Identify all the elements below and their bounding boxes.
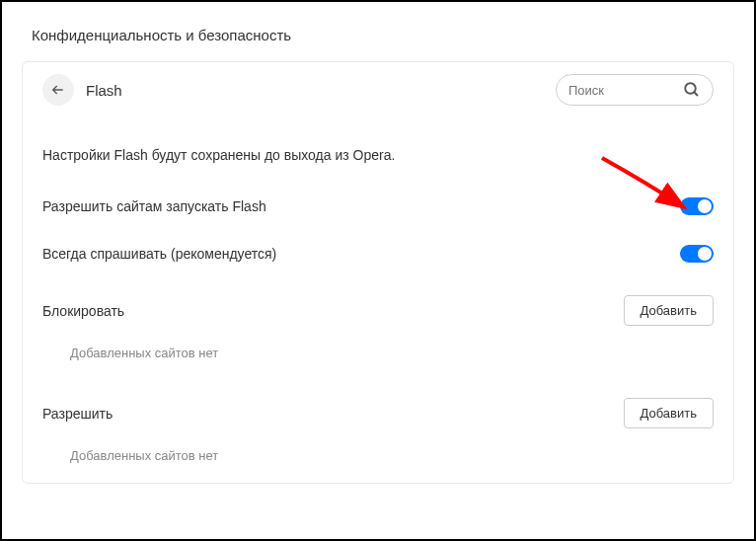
search-box[interactable] bbox=[556, 74, 714, 106]
allow-flash-label: Разрешить сайтам запускать Flash bbox=[42, 198, 266, 214]
svg-line-1 bbox=[694, 92, 698, 96]
allow-flash-toggle[interactable] bbox=[680, 197, 714, 215]
search-input[interactable] bbox=[568, 83, 683, 98]
always-ask-toggle[interactable] bbox=[680, 245, 714, 263]
block-add-button[interactable]: Добавить bbox=[624, 295, 714, 326]
svg-point-0 bbox=[685, 83, 696, 94]
allow-empty-text: Добавленных сайтов нет bbox=[23, 438, 733, 483]
allow-section-title: Разрешить bbox=[42, 406, 113, 422]
always-ask-label: Всегда спрашивать (рекомендуется) bbox=[42, 246, 276, 262]
search-icon bbox=[683, 81, 701, 99]
arrow-left-icon bbox=[50, 82, 66, 98]
page-title: Конфиденциальность и безопасность bbox=[2, 2, 754, 61]
settings-panel: Flash Настройки Flash будут сохранены до… bbox=[22, 61, 734, 484]
block-section-title: Блокировать bbox=[42, 303, 124, 319]
block-empty-text: Добавленных сайтов нет bbox=[23, 336, 733, 380]
allow-add-button[interactable]: Добавить bbox=[624, 398, 714, 428]
back-button[interactable] bbox=[42, 74, 74, 106]
info-text: Настройки Flash будут сохранены до выход… bbox=[23, 117, 733, 183]
panel-title: Flash bbox=[86, 82, 544, 99]
